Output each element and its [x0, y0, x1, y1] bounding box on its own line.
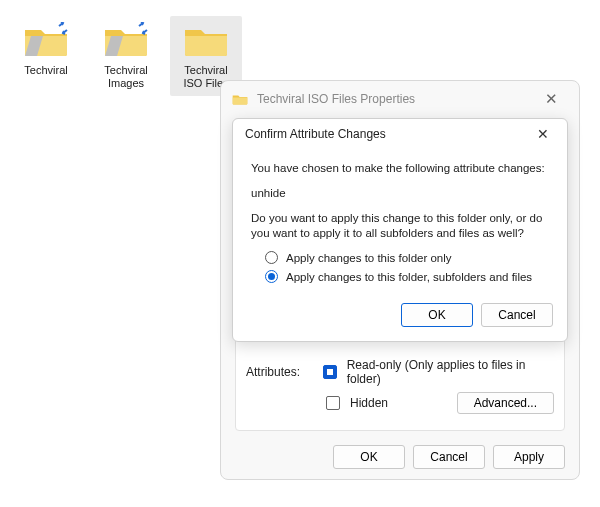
radio-label: Apply changes to this folder, subfolders… [286, 271, 532, 283]
ok-button[interactable]: OK [401, 303, 473, 327]
advanced-button[interactable]: Advanced... [457, 392, 554, 414]
cancel-button[interactable]: Cancel [413, 445, 485, 469]
folder-icon [103, 22, 149, 58]
ok-button[interactable]: OK [333, 445, 405, 469]
confirm-titlebar[interactable]: Confirm Attribute Changes ✕ [233, 119, 567, 149]
folder-techviral-images[interactable]: Techviral Images [90, 16, 162, 96]
folder-icon [23, 22, 69, 58]
readonly-label: Read-only (Only applies to files in fold… [347, 358, 554, 386]
properties-titlebar[interactable]: Techviral ISO Files Properties ✕ [221, 81, 579, 117]
folder-label: Techviral Images [104, 64, 147, 90]
confirm-dialog: Confirm Attribute Changes ✕ You have cho… [232, 118, 568, 342]
confirm-footer: OK Cancel [233, 289, 567, 331]
confirm-title: Confirm Attribute Changes [245, 127, 525, 141]
hidden-label: Hidden [350, 396, 388, 410]
radio-option-subfolders[interactable]: Apply changes to this folder, subfolders… [265, 270, 549, 283]
properties-title: Techviral ISO Files Properties [257, 92, 531, 106]
radio-icon [265, 251, 278, 264]
radio-label: Apply changes to this folder only [286, 252, 452, 264]
confirm-line2: Do you want to apply this change to this… [251, 211, 549, 241]
properties-footer: OK Cancel Apply [221, 435, 579, 479]
radio-option-folder-only[interactable]: Apply changes to this folder only [265, 251, 549, 264]
hidden-checkbox[interactable] [326, 396, 340, 410]
apply-button[interactable]: Apply [493, 445, 565, 469]
folder-techviral[interactable]: Techviral [10, 16, 82, 96]
folder-icon [183, 22, 229, 58]
attributes-section: Attributes: Read-only (Only applies to f… [246, 358, 554, 420]
folder-label: Techviral [24, 64, 67, 77]
confirm-body: You have chosen to make the following at… [233, 149, 567, 283]
attributes-label: Attributes: [246, 365, 313, 379]
close-icon[interactable]: ✕ [525, 122, 561, 146]
confirm-change: unhide [251, 186, 549, 201]
folder-icon [231, 90, 249, 108]
cancel-button[interactable]: Cancel [481, 303, 553, 327]
readonly-checkbox[interactable] [323, 365, 337, 379]
radio-icon [265, 270, 278, 283]
close-icon[interactable]: ✕ [531, 85, 571, 113]
confirm-line1: You have chosen to make the following at… [251, 161, 549, 176]
